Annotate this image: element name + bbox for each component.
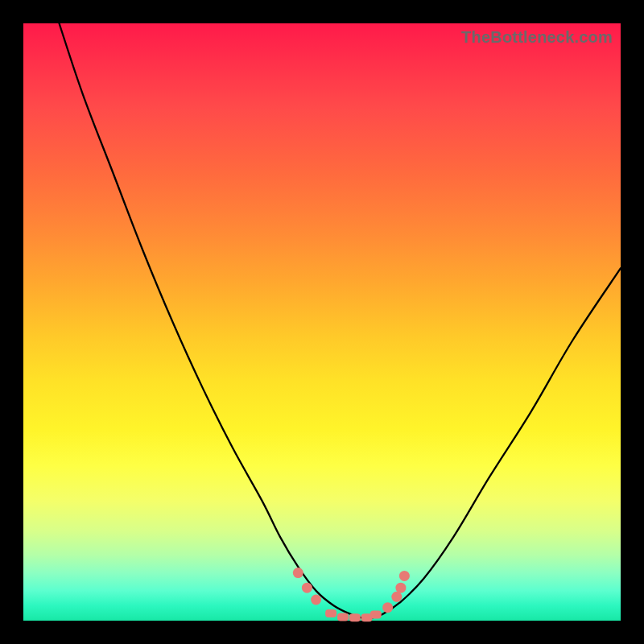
bottleneck-curve — [60, 23, 621, 619]
plot-area: TheBottleneck.com — [23, 23, 621, 621]
marker-dot — [293, 568, 303, 578]
marker-dot — [311, 595, 321, 605]
marker-dot — [337, 613, 349, 621]
curve-layer — [23, 23, 621, 621]
marker-dot — [382, 602, 393, 613]
marker-dot — [399, 571, 410, 581]
chart-frame: TheBottleneck.com — [0, 0, 644, 644]
marker-dot — [325, 609, 336, 617]
marker-dot — [391, 592, 402, 602]
marker-dot — [395, 583, 406, 593]
marker-dot — [302, 583, 312, 593]
marker-dot — [370, 611, 382, 619]
marker-dot — [349, 613, 361, 621]
